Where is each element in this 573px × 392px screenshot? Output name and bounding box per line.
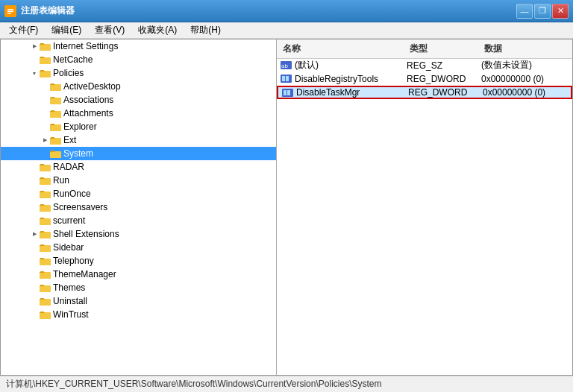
- tree-arrow-associations[interactable]: [40, 95, 50, 105]
- tree-arrow-wintrust[interactable]: [29, 309, 40, 320]
- tree-arrow-internet-settings[interactable]: [29, 41, 40, 51]
- menu-item-收藏夹(A)[interactable]: 收藏夹(A): [132, 22, 183, 38]
- registry-rows[interactable]: ab (默认)REG_SZ(数值未设置) DisableRegistryTool…: [277, 59, 572, 375]
- close-button[interactable]: ✕: [552, 4, 569, 19]
- tree-arrow-runonce[interactable]: [29, 189, 40, 199]
- svg-rect-59: [40, 286, 51, 292]
- tree-item-ext[interactable]: Ext: [1, 133, 276, 147]
- tree-item-telephony[interactable]: Telephony: [1, 254, 276, 268]
- svg-rect-74: [287, 90, 290, 95]
- menu-item-帮助(H)[interactable]: 帮助(H): [184, 22, 227, 38]
- reg-type-disabletaskmgr: REG_DWORD: [408, 87, 483, 98]
- svg-rect-47: [40, 233, 51, 238]
- svg-rect-21: [51, 110, 54, 112]
- tree-arrow-thememanager[interactable]: [29, 269, 40, 279]
- svg-rect-9: [40, 57, 44, 58]
- tree-arrow-sidebar[interactable]: [29, 242, 40, 253]
- reg-name-disabletaskmgr: DisableTaskMgr: [296, 87, 408, 98]
- minimize-button[interactable]: —: [516, 4, 533, 19]
- tree-item-attachments[interactable]: Attachments: [1, 107, 276, 120]
- tree-arrow-explorer[interactable]: [40, 121, 50, 132]
- tree-item-shellextensions[interactable]: Shell Extensions: [1, 227, 276, 241]
- svg-rect-65: [40, 313, 51, 319]
- tree-arrow-system[interactable]: [40, 148, 50, 159]
- tree-scroll[interactable]: Internet Settings NetCache Policies Acti…: [1, 39, 276, 375]
- tree-label-radar: RADAR: [53, 162, 84, 172]
- reg-row-disabletaskmgr[interactable]: DisableTaskMgrREG_DWORD0x00000000 (0): [277, 86, 572, 99]
- folder-icon-telephony: [40, 256, 51, 266]
- menu-item-文件(F)[interactable]: 文件(F): [3, 22, 44, 38]
- tree-arrow-activedesktop[interactable]: [40, 81, 50, 92]
- tree-arrow-run[interactable]: [29, 175, 40, 186]
- tree-item-scurrent[interactable]: scurrent: [1, 214, 276, 227]
- folder-icon-thememanager: [40, 269, 51, 279]
- tree-label-shellextensions: Shell Extensions: [53, 229, 119, 239]
- tree-arrow-netcache[interactable]: [29, 54, 40, 65]
- tree-arrow-policies[interactable]: [29, 68, 40, 78]
- tree-label-run: Run: [53, 175, 69, 186]
- folder-icon-explorer: [50, 121, 62, 132]
- svg-rect-42: [40, 204, 44, 206]
- svg-rect-45: [40, 218, 44, 219]
- tree-item-sidebar[interactable]: Sidebar: [1, 241, 276, 254]
- tree-arrow-themes[interactable]: [29, 282, 40, 293]
- title-bar: 注册表编辑器 — ❐ ✕: [0, 0, 573, 22]
- reg-icon-disabletaskmgr: [281, 87, 295, 98]
- reg-icon-disableregistrytools: [280, 74, 293, 84]
- menu-item-查看(V)[interactable]: 查看(V): [89, 22, 131, 38]
- svg-rect-66: [40, 312, 44, 313]
- svg-rect-50: [40, 246, 51, 252]
- svg-rect-54: [40, 258, 44, 259]
- tree-arrow-screensavers[interactable]: [29, 202, 40, 212]
- svg-rect-20: [50, 112, 61, 118]
- tree-item-run[interactable]: Run: [1, 174, 276, 187]
- registry-header: 名称 类型 数据: [277, 39, 572, 59]
- tree-item-thememanager[interactable]: ThemeManager: [1, 268, 276, 281]
- reg-row-disableregistrytools[interactable]: DisableRegistryToolsREG_DWORD0x00000000 …: [277, 72, 572, 86]
- tree-arrow-ext[interactable]: [40, 135, 50, 145]
- tree-item-screensavers[interactable]: Screensavers: [1, 200, 276, 214]
- tree-arrow-uninstall[interactable]: [29, 296, 40, 306]
- reg-row-default[interactable]: ab (默认)REG_SZ(数值未设置): [277, 59, 572, 72]
- tree-arrow-shellextensions[interactable]: [29, 229, 40, 239]
- tree-label-policies: Policies: [53, 68, 84, 78]
- tree-item-internet-settings[interactable]: Internet Settings: [1, 39, 276, 53]
- svg-rect-36: [40, 177, 44, 179]
- window-title: 注册表编辑器: [21, 4, 75, 17]
- svg-rect-2: [7, 10, 13, 12]
- tree-item-associations[interactable]: Associations: [1, 93, 276, 107]
- tree-item-activedesktop[interactable]: ActiveDesktop: [1, 80, 276, 93]
- tree-label-themes: Themes: [53, 282, 85, 293]
- app-icon: [4, 5, 16, 17]
- status-bar: 计算机\HKEY_CURRENT_USER\Software\Microsoft…: [0, 376, 573, 392]
- svg-rect-8: [40, 58, 51, 64]
- tree-label-sidebar: Sidebar: [53, 242, 84, 253]
- menu-item-编辑(E)[interactable]: 编辑(E): [46, 22, 87, 38]
- restore-button[interactable]: ❐: [534, 4, 551, 19]
- tree-arrow-radar[interactable]: [29, 162, 40, 172]
- tree-arrow-telephony[interactable]: [29, 256, 40, 266]
- svg-rect-11: [40, 72, 51, 78]
- svg-rect-60: [40, 285, 44, 286]
- tree-item-wintrust[interactable]: WinTrust: [1, 308, 276, 321]
- tree-arrow-attachments[interactable]: [40, 108, 50, 118]
- reg-name-disableregistrytools: DisableRegistryTools: [295, 74, 407, 84]
- tree-item-explorer[interactable]: Explorer: [1, 120, 276, 133]
- tree-item-runonce[interactable]: RunOnce: [1, 187, 276, 200]
- tree-item-system[interactable]: System: [1, 147, 276, 160]
- tree-arrow-scurrent[interactable]: [29, 215, 40, 226]
- svg-rect-24: [51, 124, 54, 125]
- tree-item-netcache[interactable]: NetCache: [1, 53, 276, 66]
- title-buttons: — ❐ ✕: [516, 4, 569, 19]
- tree-label-uninstall: Uninstall: [53, 296, 87, 306]
- tree-label-internet-settings: Internet Settings: [53, 41, 118, 51]
- tree-label-screensavers: Screensavers: [53, 202, 107, 212]
- folder-icon-policies: [40, 68, 51, 78]
- tree-item-policies[interactable]: Policies: [1, 66, 276, 80]
- svg-text:ab: ab: [281, 63, 288, 69]
- tree-item-themes[interactable]: Themes: [1, 281, 276, 294]
- tree-item-radar[interactable]: RADAR: [1, 160, 276, 174]
- tree-item-uninstall[interactable]: Uninstall: [1, 294, 276, 308]
- folder-icon-runonce: [40, 189, 51, 199]
- svg-rect-27: [51, 137, 54, 139]
